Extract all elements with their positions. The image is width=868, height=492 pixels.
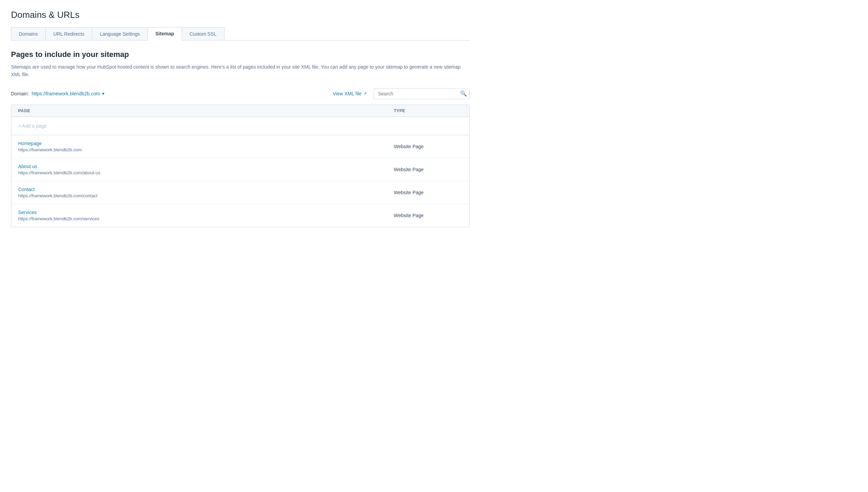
page-url-2: https://framework.blendb2b.com/contact [18,193,98,198]
view-xml-label: View XML file [333,91,362,96]
domain-selector[interactable]: https://framework.blendb2b.com ▼ [32,91,105,96]
table-row: Services https://framework.blendb2b.com/… [11,204,469,227]
page-name-1[interactable]: About us [18,164,394,169]
view-xml-link[interactable]: View XML file ↗ [333,91,367,96]
search-input[interactable] [374,88,470,99]
add-row: + Add a page [11,117,469,135]
tabs-bar: Domains URL Redirects Language Settings … [11,27,470,40]
type-column-3: Website Page [394,213,462,218]
domain-url-text: https://framework.blendb2b.com [32,91,100,96]
section-title: Pages to include in your sitemap [11,50,470,59]
type-column-2: Website Page [394,190,462,195]
toolbar: Domain: https://framework.blendb2b.com ▼… [11,88,470,99]
table-row: Contact https://framework.blendb2b.com/c… [11,181,469,204]
page-column-0: Homepage https://framework.blendb2b.com [18,141,394,152]
column-header-type: TYPE [394,108,462,113]
page-url-1: https://framework.blendb2b.com/about-us [18,170,100,175]
section-description: Sitemaps are used to manage how your Hub… [11,63,470,79]
page-title: Domains & URLs [11,10,470,20]
page-url-3: https://framework.blendb2b.com/services [18,216,99,221]
type-column-0: Website Page [394,144,462,149]
domain-row: Domain: https://framework.blendb2b.com ▼ [11,91,105,96]
page-column-3: Services https://framework.blendb2b.com/… [18,210,394,221]
page-column-1: About us https://framework.blendb2b.com/… [18,164,394,175]
page-column-2: Contact https://framework.blendb2b.com/c… [18,187,394,198]
page-name-0[interactable]: Homepage [18,141,394,146]
search-icon: 🔍 [460,90,467,97]
table-row: About us https://framework.blendb2b.com/… [11,158,469,181]
table-header: PAGE TYPE [11,105,469,117]
chevron-down-icon: ▼ [101,92,105,96]
domain-label: Domain: [11,91,29,96]
tab-url-redirects[interactable]: URL Redirects [45,27,92,40]
page-name-3[interactable]: Services [18,210,394,215]
page-url-0: https://framework.blendb2b.com [18,147,82,152]
search-button[interactable]: 🔍 [460,90,467,97]
tab-language-settings[interactable]: Language Settings [92,27,148,40]
tab-sitemap[interactable]: Sitemap [148,27,182,40]
page-name-2[interactable]: Contact [18,187,394,192]
toolbar-right: View XML file ↗ 🔍 [333,88,470,99]
tab-domains[interactable]: Domains [11,27,46,40]
search-wrapper: 🔍 [374,88,470,99]
add-page-button[interactable]: + Add a page [18,123,47,129]
tab-custom-ssl[interactable]: Custom SSL [182,27,225,40]
external-link-icon: ↗ [363,91,367,96]
type-column-1: Website Page [394,167,462,172]
column-header-page: PAGE [18,108,394,113]
table-row: Homepage https://framework.blendb2b.com … [11,135,469,158]
sitemap-table: PAGE TYPE + Add a page Homepage https://… [11,105,470,227]
